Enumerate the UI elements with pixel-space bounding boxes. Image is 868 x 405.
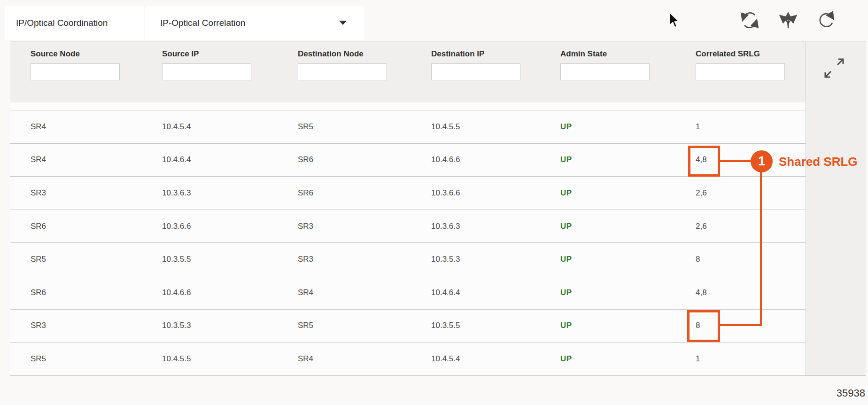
cell-source-node: SR3 <box>10 321 142 330</box>
srlg-highlight-box-1 <box>688 146 720 177</box>
cell-destination-node: SR3 <box>278 255 411 264</box>
cell-destination-ip: 10.3.6.6 <box>411 188 540 198</box>
cell-source-node: SR3 <box>10 188 142 198</box>
cell-source-node: SR5 <box>10 255 142 264</box>
callout-connector-line <box>760 168 762 326</box>
cell-correlated-srlg: 2,6 <box>675 188 806 198</box>
table-row[interactable]: SR4 10.4.5.4 SR5 10.4.5.5 UP 1 <box>10 110 806 143</box>
cell-admin-state: UP <box>540 188 675 198</box>
column-header-source-ip: Source IP <box>142 42 278 102</box>
column-header-label: Admin State <box>560 49 675 59</box>
cell-source-ip: 10.3.5.3 <box>142 321 278 330</box>
column-header-correlated-srlg: Correlated SRLG <box>675 42 806 102</box>
cell-source-ip: 10.3.5.5 <box>142 255 278 264</box>
cell-admin-state: UP <box>540 288 675 297</box>
cell-source-ip: 10.4.5.4 <box>142 122 278 132</box>
column-header-label: Source IP <box>162 49 278 59</box>
cell-source-ip: 10.3.6.6 <box>142 222 278 231</box>
cell-admin-state: UP <box>540 354 675 364</box>
cell-source-ip: 10.4.6.4 <box>142 155 278 164</box>
column-header-label: Destination Node <box>298 49 411 59</box>
cell-destination-node: SR6 <box>278 188 411 198</box>
srlg-highlight-box-2 <box>687 310 720 342</box>
cell-correlated-srlg: 8 <box>675 255 806 264</box>
table-row[interactable]: SR6 10.4.6.6 SR4 10.4.6.4 UP 4,8 <box>10 276 806 309</box>
view-selector-dropdown[interactable]: IP-Optical Correlation <box>150 6 364 40</box>
cell-destination-ip: 10.4.6.4 <box>411 288 540 297</box>
cell-correlated-srlg: 2,6 <box>675 222 806 231</box>
column-header-label: Source Node <box>31 49 142 59</box>
column-header-label: Correlated SRLG <box>696 49 806 59</box>
cell-source-node: SR4 <box>10 122 142 132</box>
correlation-table: Source Node Source IP Destination Node D… <box>10 41 806 376</box>
cell-source-node: SR6 <box>10 222 142 231</box>
table-body: SR4 10.4.5.4 SR5 10.4.5.5 UP 1 SR4 10.4.… <box>10 102 806 375</box>
filter-destination-node[interactable] <box>298 63 387 80</box>
column-header-destination-node: Destination Node <box>278 42 411 102</box>
cell-correlated-srlg: 1 <box>675 354 806 364</box>
refresh-button[interactable] <box>816 10 837 31</box>
filter-destination-ip[interactable] <box>431 63 520 80</box>
expand-button[interactable] <box>819 53 849 83</box>
cell-destination-node: SR4 <box>278 288 411 297</box>
column-header-destination-ip: Destination IP <box>411 42 540 102</box>
filter-source-ip[interactable] <box>162 63 251 80</box>
cell-destination-ip: 10.3.6.3 <box>411 222 540 231</box>
cell-source-ip: 10.3.6.3 <box>142 188 278 198</box>
filter-source-node[interactable] <box>31 63 120 80</box>
view-selector-label: IP-Optical Correlation <box>160 6 246 40</box>
cell-destination-node: SR5 <box>278 321 411 330</box>
filter-correlated-srlg[interactable] <box>696 63 785 80</box>
table-expand-strip <box>806 41 866 376</box>
cell-destination-ip: 10.4.6.6 <box>411 155 540 164</box>
cell-source-node: SR6 <box>10 288 142 297</box>
callout-badge: 1 <box>751 150 773 172</box>
table-row[interactable]: SR4 10.4.6.4 SR6 10.4.6.6 UP 4,8 <box>10 143 806 177</box>
cell-source-node: SR5 <box>10 354 142 364</box>
toolbar: IP/Optical Coordination IP-Optical Corre… <box>5 6 364 40</box>
page-title: IP/Optical Coordination <box>16 6 108 40</box>
callout-connector-line <box>720 324 762 326</box>
table-row[interactable]: SR6 10.3.6.6 SR3 10.3.6.3 UP 2,6 <box>10 210 806 243</box>
caret-down-icon <box>339 21 347 25</box>
column-header-label: Destination IP <box>431 49 540 59</box>
filter-admin-state[interactable] <box>560 63 650 80</box>
sync-button[interactable] <box>739 10 760 31</box>
toolbar-divider <box>145 6 145 40</box>
cell-destination-ip: 10.4.5.4 <box>411 354 540 364</box>
cell-source-node: SR4 <box>10 155 142 164</box>
route-split-icon <box>778 10 798 31</box>
callout-connector-line <box>720 160 752 162</box>
table-row[interactable]: SR5 10.4.5.5 SR4 10.4.5.4 UP 1 <box>10 342 806 375</box>
table-row[interactable]: SR3 10.3.6.3 SR6 10.3.6.6 UP 2,6 <box>10 176 806 210</box>
expand-arrows-icon <box>819 53 849 83</box>
cell-admin-state: UP <box>540 255 675 264</box>
cell-destination-node: SR4 <box>278 354 411 364</box>
mouse-pointer-icon <box>669 13 680 28</box>
cell-destination-ip: 10.4.5.5 <box>411 122 540 132</box>
sync-icon <box>739 10 760 31</box>
column-header-admin-state: Admin State <box>540 42 675 102</box>
route-button[interactable] <box>778 10 798 31</box>
column-header-source-node: Source Node <box>10 42 142 102</box>
cell-source-ip: 10.4.5.5 <box>142 354 278 364</box>
cell-destination-node: SR5 <box>278 122 411 132</box>
cell-admin-state: UP <box>540 122 675 132</box>
refresh-icon <box>816 10 837 31</box>
figure-number: 35938 <box>837 387 865 399</box>
table-row[interactable]: SR5 10.3.5.5 SR3 10.3.5.3 UP 8 <box>10 242 806 276</box>
cell-destination-node: SR6 <box>278 155 411 164</box>
cell-destination-ip: 10.3.5.5 <box>411 321 540 330</box>
cell-source-ip: 10.4.6.6 <box>142 288 278 297</box>
cell-destination-node: SR3 <box>278 222 411 231</box>
cell-admin-state: UP <box>540 155 675 164</box>
callout-label: Shared SRLG <box>779 155 858 169</box>
cell-correlated-srlg: 4,8 <box>675 288 806 297</box>
table-header-row: Source Node Source IP Destination Node D… <box>10 41 806 102</box>
cell-correlated-srlg: 1 <box>675 122 806 132</box>
cell-destination-ip: 10.3.5.3 <box>411 255 540 264</box>
cell-admin-state: UP <box>540 321 675 330</box>
cell-admin-state: UP <box>540 222 675 231</box>
table-row[interactable]: SR3 10.3.5.3 SR5 10.3.5.5 UP 8 <box>10 309 806 343</box>
